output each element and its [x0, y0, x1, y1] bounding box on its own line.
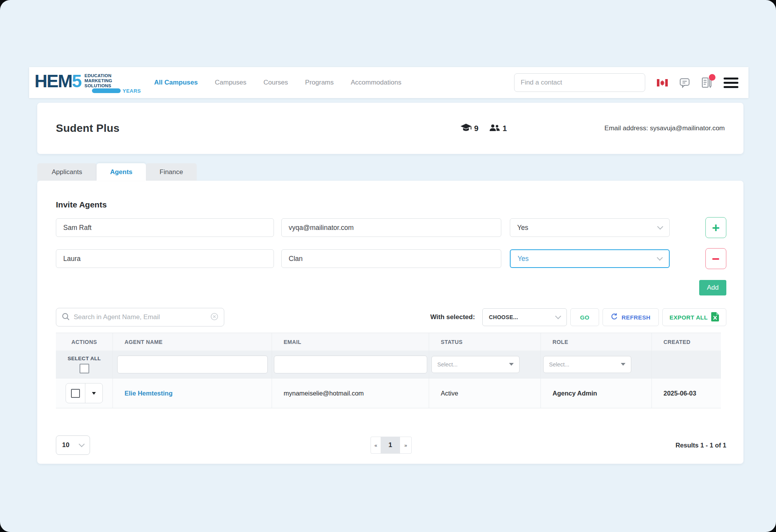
- col-header-status: STATUS: [429, 333, 541, 351]
- logo-tagline: EDUCATION MARKETING SOLUTIONS: [85, 73, 112, 88]
- agent-email: mynameiselie@hotmail.com: [284, 390, 364, 397]
- tab-agents[interactable]: Agents: [97, 163, 146, 181]
- courses-stat: 9: [460, 123, 478, 134]
- invite-row-1: Yes +: [56, 217, 726, 238]
- invite-email-input-2[interactable]: [281, 249, 501, 268]
- row-actions-split-button[interactable]: [66, 383, 103, 403]
- agent-role: Agency Admin: [553, 390, 597, 397]
- filter-email-input[interactable]: [274, 356, 427, 373]
- nav-campuses[interactable]: Campuses: [215, 79, 246, 86]
- page-title: Sudent Plus: [56, 122, 120, 135]
- table-row: Elie Hemtesting mynameiselie@hotmail.com…: [56, 378, 721, 408]
- page-size-select[interactable]: 10: [56, 435, 90, 455]
- invite-email-input-1[interactable]: [281, 218, 501, 237]
- with-selected-label: With selected:: [430, 313, 475, 321]
- pagination-bar: 10 « 1 » Results 1 - 1 of 1: [56, 435, 726, 455]
- agents-panel: Invite Agents Yes + Yes − Add: [37, 181, 743, 464]
- chevron-down-icon: [555, 313, 561, 320]
- chevron-down-icon: [657, 255, 663, 261]
- top-navbar: HEM5 EDUCATION MARKETING SOLUTIONS YEARS…: [29, 67, 748, 98]
- agent-status: Active: [441, 390, 458, 397]
- next-page-button[interactable]: »: [400, 437, 412, 454]
- agents-count: 1: [502, 124, 507, 133]
- remove-invite-row-button[interactable]: −: [705, 248, 726, 269]
- invite-agents-title: Invite Agents: [56, 200, 726, 209]
- nav-accommodations[interactable]: Accommodations: [351, 79, 401, 86]
- clear-search-icon[interactable]: [210, 313, 218, 322]
- caret-down-icon: [621, 363, 625, 366]
- refresh-icon: [611, 313, 618, 321]
- invite-name-input-2[interactable]: [56, 249, 274, 268]
- nav-courses[interactable]: Courses: [263, 79, 288, 86]
- bulk-action-select[interactable]: CHOOSE...: [482, 308, 567, 326]
- add-button[interactable]: Add: [699, 280, 726, 295]
- tab-bar: Applicants Agents Finance: [37, 163, 197, 181]
- current-page-button[interactable]: 1: [381, 437, 400, 454]
- col-header-created: CREATED: [652, 333, 721, 351]
- col-header-actions: ACTIONS: [56, 333, 113, 351]
- col-header-role: ROLE: [541, 333, 652, 351]
- tab-finance[interactable]: Finance: [146, 163, 197, 181]
- row-checkbox-area[interactable]: [66, 383, 85, 403]
- invite-row-2: Yes −: [56, 248, 726, 269]
- results-count: Results 1 - 1 of 1: [676, 442, 726, 449]
- add-invite-row-button[interactable]: +: [705, 217, 726, 238]
- select-all-checkbox[interactable]: [80, 364, 89, 373]
- tab-applicants[interactable]: Applicants: [37, 163, 97, 181]
- select-all-label: SELECT ALL: [68, 356, 101, 361]
- invite-name-input-1[interactable]: [56, 218, 274, 237]
- agent-created-date: 2025-06-03: [663, 390, 696, 397]
- entity-header-card: Sudent Plus 9: [37, 103, 743, 154]
- find-contact-input[interactable]: [514, 73, 645, 92]
- chevron-down-icon: [79, 441, 85, 447]
- main-nav: All Campuses Campuses Courses Programs A…: [154, 79, 401, 86]
- logo-wordmark: HEM5: [35, 73, 81, 89]
- row-actions-dropdown[interactable]: [85, 383, 102, 403]
- chevron-down-icon: [657, 224, 663, 230]
- screen: HEM5 EDUCATION MARKETING SOLUTIONS YEARS…: [0, 0, 776, 532]
- header-stats: 9 1: [460, 123, 507, 134]
- years-bar: [92, 88, 121, 93]
- agent-name-link[interactable]: Elie Hemtesting: [125, 390, 173, 397]
- agents-stat: 1: [489, 123, 507, 134]
- caret-down-icon: [509, 363, 514, 366]
- filter-status-select[interactable]: Select...: [431, 356, 520, 373]
- tasks-icon[interactable]: [702, 77, 712, 88]
- page-buttons: « 1 »: [371, 437, 412, 454]
- prev-page-button[interactable]: «: [371, 437, 381, 454]
- agents-table: ACTIONS AGENT NAME EMAIL STATUS ROLE CRE…: [56, 333, 721, 408]
- invite-select-2[interactable]: Yes: [510, 249, 670, 268]
- export-all-button[interactable]: EXPORT ALL: [662, 308, 726, 326]
- col-header-agent-name: AGENT NAME: [113, 333, 272, 351]
- entity-email: Email address: sysavuja@mailinator.com: [605, 124, 725, 132]
- table-filter-row: SELECT ALL Select...: [56, 351, 721, 378]
- caret-down-icon: [92, 392, 96, 395]
- invite-select-1[interactable]: Yes: [510, 218, 670, 237]
- language-flag-canada-icon[interactable]: [657, 79, 668, 86]
- hem5-logo[interactable]: HEM5 EDUCATION MARKETING SOLUTIONS YEARS: [35, 73, 141, 94]
- notification-badge: [709, 74, 715, 81]
- agent-search-input[interactable]: [74, 313, 206, 321]
- excel-file-icon: [711, 312, 719, 323]
- messages-icon[interactable]: [679, 78, 690, 88]
- row-checkbox[interactable]: [71, 389, 80, 398]
- nav-programs[interactable]: Programs: [305, 79, 334, 86]
- filter-role-select[interactable]: Select...: [543, 356, 631, 373]
- logo-years: YEARS: [92, 88, 141, 94]
- search-icon: [62, 313, 70, 322]
- people-group-icon: [489, 123, 500, 134]
- refresh-button[interactable]: REFRESH: [603, 308, 658, 326]
- filter-agent-name-input[interactable]: [117, 356, 268, 373]
- nav-all-campuses[interactable]: All Campuses: [154, 79, 197, 86]
- graduation-cap-icon: [460, 123, 472, 134]
- col-header-email: EMAIL: [272, 333, 429, 351]
- agents-toolbar: With selected: CHOOSE... GO REFRESH: [56, 308, 726, 326]
- agent-search-box: [56, 308, 224, 326]
- courses-count: 9: [474, 124, 478, 133]
- table-header-row: ACTIONS AGENT NAME EMAIL STATUS ROLE CRE…: [56, 333, 721, 351]
- go-button[interactable]: GO: [570, 308, 599, 326]
- hamburger-menu-icon[interactable]: [724, 76, 738, 90]
